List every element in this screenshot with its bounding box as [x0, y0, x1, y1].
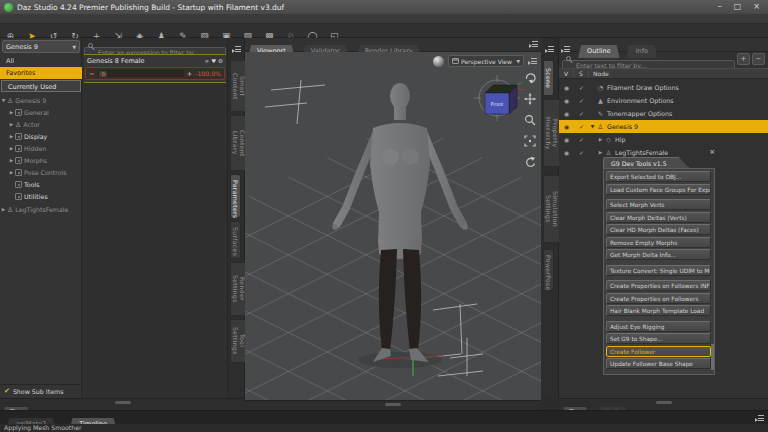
- add-filter-button[interactable]: +: [737, 53, 750, 65]
- tree-item-display[interactable]: ▶ Display: [0, 131, 82, 143]
- preset-dropdown[interactable]: Genesis 9 ▼: [2, 40, 80, 53]
- viewport-canvas[interactable]: Front Perspective View ▼: [245, 52, 541, 400]
- tree-item-morphs[interactable]: ▶ Morphs: [0, 155, 82, 167]
- filter-all[interactable]: All: [0, 55, 82, 67]
- g9-button-export-obj[interactable]: Export Selected to OBJ...: [606, 171, 711, 182]
- panel-menu-icon[interactable]: [755, 414, 764, 422]
- selectability-icon[interactable]: ✓: [579, 110, 584, 117]
- node-row-filament-draw-options[interactable]: ◉ ✓ ◔ Filament Draw Options: [559, 81, 768, 94]
- reset-view-icon[interactable]: [524, 156, 536, 168]
- visibility-eye-icon[interactable]: ◉: [564, 110, 569, 117]
- status-bar: Applying Mesh Smoother: [0, 424, 768, 432]
- expand-open-icon[interactable]: ▼: [589, 124, 596, 129]
- g9-button-clear-morph-deltas[interactable]: Clear Morph Deltas (Verts): [606, 212, 711, 223]
- titlebar: Daz Studio 4.24 Premier Publishing Build…: [0, 0, 768, 14]
- favorite-heart-icon[interactable]: ♥: [211, 58, 216, 64]
- tree-item-genesis9[interactable]: ▼ ♙ Genesis 9: [0, 95, 82, 107]
- tab-powerpose[interactable]: PowerPose: [543, 249, 554, 291]
- g9-button-clear-hd-morph-deltas[interactable]: Clear HD Morph Deltas (Faces): [606, 224, 711, 235]
- gear-icon[interactable]: ⚙: [218, 58, 223, 64]
- main-toolbar: ⊕ ➤ ↺ ↻ + ⇲ ◈ ♟ ✎ ▧ ▣ ▨ ▩ ♘ ◯ ◱: [0, 24, 768, 38]
- expand-closed-icon[interactable]: ▶: [0, 207, 7, 212]
- expand-closed-icon[interactable]: ▶: [8, 146, 15, 151]
- expand-open-icon[interactable]: ▼: [0, 98, 7, 103]
- expand-closed-icon[interactable]: ▶: [8, 134, 15, 139]
- g9-button-select-morph-verts[interactable]: Select Morph Verts: [606, 199, 711, 210]
- 3d-scene: Front: [245, 52, 541, 400]
- tree-item-tools[interactable]: Tools: [0, 179, 82, 191]
- tree-item-utilities[interactable]: Utilities: [0, 191, 82, 203]
- g9-button-set-g9-to-shape[interactable]: Set G9 to Shape...: [606, 333, 711, 344]
- orbit-view-icon[interactable]: [524, 72, 536, 84]
- show-sub-items-checkbox[interactable]: ✔ Show Sub Items: [0, 384, 82, 397]
- maximize-button[interactable]: □: [734, 0, 742, 14]
- selectability-icon[interactable]: ✓: [579, 149, 584, 156]
- node-row-environment-options[interactable]: ◉ ✓ ▲ Environment Options: [559, 94, 768, 107]
- g9-button-create-props-followers[interactable]: Create Properties on Followers: [606, 293, 711, 304]
- parameter-slider[interactable]: − 0 + -100.0%: [85, 67, 225, 80]
- g9-button-get-morph-delta-info[interactable]: Get Morph Delta Info...: [606, 249, 711, 260]
- panel-menu-icon[interactable]: [529, 40, 538, 48]
- selectability-icon[interactable]: ✓: [579, 84, 584, 91]
- tab-surfaces[interactable]: Surfaces: [230, 221, 241, 259]
- close-button[interactable]: ×: [753, 0, 760, 14]
- node-row-hip[interactable]: ◉ ✓ ▶ ◇ Hip: [559, 133, 768, 146]
- selectability-icon[interactable]: ✓: [579, 136, 584, 143]
- filament-icon: ◔: [596, 84, 605, 92]
- panel-menu-icon[interactable]: [232, 45, 241, 53]
- tree-item-actor[interactable]: ▶ ♙ Actor: [0, 119, 82, 131]
- filter-favorites[interactable]: Favorites: [0, 67, 82, 79]
- right-dock-bottom-strip: Tips Node: [559, 398, 768, 410]
- g9-button-load-face-groups[interactable]: Load Custom Face Groups For Expo: [606, 184, 711, 195]
- visibility-eye-icon[interactable]: ◉: [564, 136, 569, 143]
- slider-handle[interactable]: 0: [99, 71, 107, 77]
- node-row-genesis9[interactable]: ◉ ✓ ▼ ♙ Genesis 9: [559, 120, 768, 133]
- frame-view-icon[interactable]: [524, 135, 536, 147]
- scrollbar-thumb[interactable]: [711, 344, 714, 370]
- tab-parameters[interactable]: Parameters: [230, 174, 241, 218]
- node-row-tonemapper-options[interactable]: ◉ ✓ ✎ Tonemapper Options: [559, 107, 768, 120]
- minimize-button[interactable]: –: [718, 0, 722, 14]
- slider-minus-button[interactable]: −: [89, 70, 94, 78]
- expand-closed-icon[interactable]: ▶: [8, 122, 15, 127]
- slider-plus-button[interactable]: +: [187, 70, 192, 78]
- close-icon[interactable]: ×: [709, 148, 715, 156]
- dock-resize-handle[interactable]: [385, 403, 401, 406]
- g9-button-adjust-eye-rigging[interactable]: Adjust Eye Rigging: [606, 321, 711, 332]
- filter-currently-used[interactable]: Currently Used: [1, 80, 81, 92]
- dock-resize-handle[interactable]: [656, 401, 672, 404]
- expand-closed-icon[interactable]: ▶: [8, 170, 15, 175]
- g9-button-create-follower[interactable]: Create Follower: [606, 346, 711, 357]
- dock-resize-handle[interactable]: [115, 401, 131, 404]
- expand-closed-icon[interactable]: ▶: [8, 158, 15, 163]
- g9-panel-tab[interactable]: G9 Dev Tools v1.5: [603, 157, 689, 168]
- visibility-eye-icon[interactable]: ◉: [564, 123, 569, 130]
- tree-item-pose-controls[interactable]: ▶ Pose Controls: [0, 167, 82, 179]
- selectability-icon[interactable]: ✓: [579, 123, 584, 130]
- visibility-eye-icon[interactable]: ◉: [564, 149, 569, 156]
- g9-button-update-follower-base[interactable]: Update Follower Base Shape: [606, 358, 711, 369]
- g9-button-create-props-followers-info[interactable]: Create Properties on Followers INFO: [606, 280, 711, 291]
- tree-item-legtightsfemale[interactable]: ▶ ♙ LegTightsFemale: [0, 204, 82, 216]
- visibility-eye-icon[interactable]: ◉: [564, 84, 569, 91]
- tab-scene[interactable]: Scene: [543, 60, 554, 96]
- tree-item-general[interactable]: ▶ General: [0, 107, 82, 119]
- selectability-icon[interactable]: ✓: [579, 97, 584, 104]
- pan-view-icon[interactable]: [524, 93, 536, 105]
- expand-closed-icon[interactable]: ▶: [597, 137, 604, 142]
- slider-track[interactable]: 0: [97, 70, 183, 77]
- g9-button-hair-blank-morph[interactable]: Hair Blank Morph Template Load: [606, 305, 711, 316]
- drawstyle-sphere-icon[interactable]: [433, 56, 444, 67]
- zoom-view-icon[interactable]: [524, 114, 536, 126]
- panel-menu-icon[interactable]: [528, 57, 537, 65]
- visibility-eye-icon[interactable]: ◉: [564, 97, 569, 104]
- expand-closed-icon[interactable]: ▶: [8, 110, 15, 115]
- tree-item-hidden[interactable]: ▶ Hidden: [0, 143, 82, 155]
- remove-filter-button[interactable]: −: [752, 53, 765, 65]
- link-icon[interactable]: ∞: [205, 58, 210, 64]
- camera-selector-dropdown[interactable]: Perspective View ▼: [448, 55, 524, 67]
- panel-menu-icon[interactable]: [561, 45, 570, 53]
- panel-menu-icon[interactable]: [545, 45, 554, 53]
- g9-button-texture-convert[interactable]: Texture Convert: Single UDIM to Multi: [606, 265, 711, 276]
- g9-button-remove-empty-morphs[interactable]: Remove Empty Morphs: [606, 237, 711, 248]
